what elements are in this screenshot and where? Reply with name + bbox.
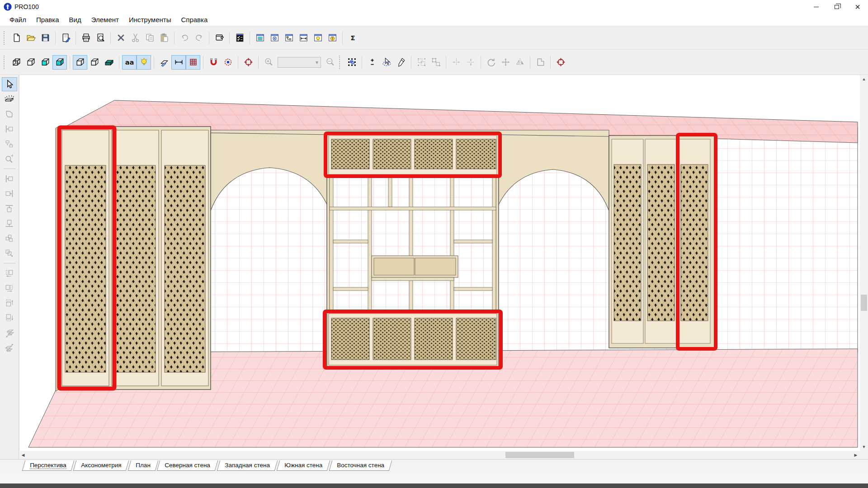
view-solid-board-button[interactable] — [102, 55, 116, 70]
select-region-button[interactable] — [344, 55, 359, 70]
move-left-button[interactable] — [2, 266, 17, 280]
align-bottom-button[interactable] — [2, 216, 17, 230]
vertical-scrollbar[interactable]: ▲ ▼ — [860, 75, 868, 451]
tab-план[interactable]: План — [128, 460, 158, 471]
lighting-button[interactable] — [137, 55, 151, 70]
new-board-button[interactable] — [2, 92, 17, 106]
left-wardrobe-door-2[interactable] — [112, 130, 159, 386]
minimize-button[interactable] — [806, 0, 826, 14]
horizontal-scroll-thumb[interactable] — [505, 452, 574, 458]
ungroup-button[interactable] — [429, 55, 443, 70]
move-right-button[interactable] — [2, 281, 17, 295]
view-wireframe-button[interactable] — [9, 55, 24, 70]
report-button[interactable] — [58, 31, 73, 45]
move-up-button[interactable] — [2, 296, 17, 310]
view-colors-button[interactable] — [38, 55, 52, 70]
toolbar-grip[interactable] — [339, 56, 341, 69]
tab-западная-стена[interactable]: Западная стена — [217, 460, 278, 471]
zoom-in-button[interactable] — [261, 55, 276, 70]
menu-вид[interactable]: Вид — [64, 14, 86, 25]
left-wardrobe-door-1[interactable] — [62, 130, 109, 386]
left-wardrobe-door-3[interactable] — [161, 130, 208, 386]
scroll-up-arrow[interactable]: ▲ — [860, 75, 868, 83]
dimensions-window-button[interactable] — [296, 31, 311, 45]
tab-аксонометрия[interactable]: Аксонометрия — [73, 460, 129, 471]
group-button[interactable] — [414, 55, 429, 70]
copy-button[interactable] — [142, 31, 157, 45]
menu-элемент[interactable]: Элемент — [86, 14, 124, 25]
draw-tool-button[interactable] — [394, 55, 408, 70]
print-preview-button[interactable] — [93, 31, 108, 45]
center-horizontal-button[interactable] — [449, 55, 463, 70]
close-button[interactable]: × — [847, 0, 868, 14]
corner-join-button[interactable] — [533, 55, 547, 70]
show-grid-button[interactable] — [186, 55, 200, 70]
pull-to-front-button[interactable] — [2, 341, 17, 355]
center-vertical-button[interactable] — [463, 55, 478, 70]
save-button[interactable] — [38, 31, 52, 45]
center-shelves[interactable] — [330, 175, 496, 314]
toolbar-grip[interactable] — [4, 56, 5, 69]
push-to-back-button[interactable] — [2, 326, 17, 340]
center-unit[interactable] — [327, 134, 499, 368]
menu-файл[interactable]: Файл — [5, 14, 31, 25]
add-remove-button[interactable] — [365, 55, 379, 70]
undo-button[interactable] — [177, 31, 192, 45]
align-left-button[interactable] — [2, 172, 17, 186]
tab-восточная-стена[interactable]: Восточная стена — [329, 460, 392, 471]
tab-перспектива[interactable]: Перспектива — [22, 460, 74, 471]
menu-инструменты[interactable]: Инструменты — [124, 14, 176, 25]
scroll-left-arrow[interactable]: ◀ — [19, 451, 27, 459]
checklist-button[interactable] — [232, 31, 247, 45]
properties-button[interactable] — [212, 31, 226, 45]
view-edges-button[interactable] — [73, 55, 87, 70]
toolbar-grip[interactable] — [4, 31, 5, 45]
view-semitransparent-button[interactable] — [87, 55, 102, 70]
pointer-tool-button[interactable] — [2, 77, 17, 91]
group-elements-button[interactable] — [2, 231, 17, 245]
report-window-button[interactable] — [253, 31, 267, 45]
align-to-element-button[interactable] — [2, 122, 17, 136]
show-dimensions-button[interactable] — [171, 55, 186, 70]
vertical-scroll-thumb[interactable] — [861, 295, 867, 311]
show-names-button[interactable]: aa — [122, 55, 137, 70]
scroll-down-arrow[interactable]: ▼ — [860, 443, 868, 451]
redo-button[interactable] — [192, 31, 206, 45]
align-right-button[interactable] — [2, 187, 17, 201]
object-window-button[interactable] — [267, 31, 282, 45]
view-hidden-lines-button[interactable] — [24, 55, 38, 70]
menu-правка[interactable]: Правка — [31, 14, 64, 25]
paste-button[interactable] — [157, 31, 171, 45]
insertion-anchor-button[interactable] — [553, 55, 568, 70]
mirror-button[interactable] — [513, 55, 527, 70]
center-top-lattice-row[interactable] — [329, 136, 497, 174]
light-window-button[interactable] — [311, 31, 325, 45]
print-button[interactable] — [79, 31, 93, 45]
scene-3d[interactable] — [19, 75, 860, 451]
delete-button[interactable] — [113, 31, 128, 45]
snap-to-grid-button[interactable] — [221, 55, 235, 70]
structure-window-button[interactable] — [282, 31, 296, 45]
right-wardrobe-door-2[interactable] — [645, 139, 677, 343]
cut-button[interactable] — [128, 31, 142, 45]
align-top-button[interactable] — [2, 202, 17, 216]
extract-element-button[interactable] — [2, 246, 17, 260]
tab-северная-стена[interactable]: Северная стена — [157, 460, 218, 471]
right-wardrobe-door-3[interactable] — [679, 139, 710, 343]
shape-tool-button[interactable] — [2, 107, 17, 121]
viewport[interactable] — [19, 75, 860, 451]
left-wardrobe[interactable] — [56, 127, 211, 391]
open-file-button[interactable] — [24, 31, 38, 45]
center-bottom-lattice-row[interactable] — [329, 314, 497, 365]
right-wardrobe[interactable] — [609, 136, 717, 348]
materials-button[interactable] — [157, 55, 171, 70]
price-window-button[interactable] — [325, 31, 340, 45]
distribute-button[interactable] — [2, 137, 17, 151]
move-down-button[interactable] — [2, 311, 17, 325]
view-textures-button[interactable] — [52, 55, 67, 70]
sum-button[interactable]: Σ — [345, 31, 360, 45]
snap-magnet-button[interactable] — [206, 55, 221, 70]
new-file-button[interactable] — [9, 31, 24, 45]
menu-справка[interactable]: Справка — [176, 14, 212, 25]
zoom-level-combo[interactable]: ▾ — [278, 57, 321, 68]
